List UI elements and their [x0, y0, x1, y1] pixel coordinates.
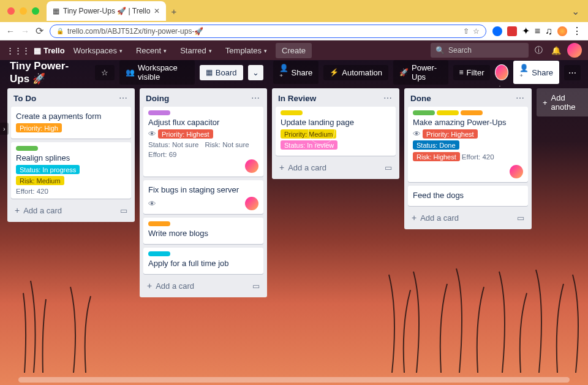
member-avatar[interactable] — [245, 197, 258, 210]
board-icon: ▦ — [206, 68, 213, 77]
chevron-down-icon: ▾ — [209, 48, 212, 54]
browser-tab[interactable]: ▦ Tiny Power-Ups 🚀 | Trello ✕ — [47, 1, 166, 21]
chrome-menu-icon[interactable]: ⋮ — [572, 25, 582, 37]
member-avatar[interactable] — [245, 159, 258, 173]
add-list-button[interactable]: + Add anothe — [537, 88, 588, 116]
back-button[interactable]: ← — [6, 26, 15, 36]
share-button-primary[interactable]: 👤⁺Share — [513, 61, 559, 84]
minimize-window[interactable] — [20, 7, 27, 15]
info-icon[interactable]: ⓘ — [532, 45, 545, 56]
workspaces-menu[interactable]: Workspaces▾ — [69, 44, 127, 58]
list-menu-icon[interactable]: ⋯ — [514, 93, 526, 103]
extension-icon[interactable]: ≡ — [535, 26, 540, 37]
label: Priority: Highest — [423, 129, 478, 139]
extension-icon[interactable] — [507, 26, 517, 36]
add-card-button[interactable]: +Add a card▭ — [11, 202, 131, 218]
list-menu-icon[interactable]: ⋯ — [118, 93, 129, 103]
sidebar-expand-handle[interactable]: › — [0, 123, 9, 135]
apps-icon[interactable]: ⋮⋮⋮ — [6, 46, 30, 55]
board-title[interactable]: Tiny Power-Ups 🚀 — [7, 60, 90, 85]
label-stripe — [281, 110, 303, 115]
template-icon[interactable]: ▭ — [120, 206, 127, 215]
url-text: trello.com/b/ABJT51Zx/tiny-power-ups-🚀 — [67, 27, 203, 36]
address-bar[interactable]: 🔒 trello.com/b/ABJT51Zx/tiny-power-ups-🚀… — [50, 25, 486, 38]
board-header: Tiny Power-Ups 🚀 ☆ 👥Workspace visible ▦B… — [0, 60, 588, 85]
new-tab-button[interactable]: + — [171, 6, 176, 17]
card-title: Realign splines — [16, 153, 126, 162]
card[interactable]: Apply for a full time job — [143, 248, 263, 274]
bookmark-icon[interactable]: ☆ — [473, 27, 480, 36]
list-title[interactable]: To Do — [13, 94, 118, 103]
chevron-down-icon: ▾ — [119, 48, 123, 54]
card[interactable]: Create a payments form Priority: High — [11, 107, 131, 139]
list-menu-icon[interactable]: ⋯ — [250, 93, 261, 103]
chevron-down-icon: ▾ — [264, 48, 267, 54]
create-button[interactable]: Create — [276, 43, 312, 58]
maximize-window[interactable] — [32, 7, 39, 15]
bolt-icon: ⚡ — [330, 68, 339, 77]
label: Status: Done — [413, 140, 459, 150]
card-title: Update landing page — [281, 118, 391, 127]
card[interactable]: Fix bugs in staging server 👁 — [143, 180, 263, 214]
close-window[interactable] — [7, 7, 15, 15]
search-input[interactable]: 🔍 Search — [431, 43, 529, 58]
template-icon[interactable]: ▭ — [385, 163, 392, 172]
list-menu-icon[interactable]: ⋯ — [382, 93, 393, 103]
template-icon[interactable]: ▭ — [517, 213, 524, 223]
recent-menu[interactable]: Recent▾ — [131, 44, 172, 58]
label-stripe — [148, 251, 170, 256]
extensions-icon[interactable]: ✦ — [522, 25, 530, 37]
template-icon[interactable]: ▭ — [252, 281, 260, 291]
card[interactable]: Write more blogs — [143, 218, 263, 244]
notifications-icon[interactable]: 🔔 — [549, 46, 564, 55]
close-tab-icon[interactable]: ✕ — [154, 7, 160, 15]
card-title: Fix bugs in staging server — [148, 185, 258, 194]
extensions-area: ✦ ≡ ♫ ⋮ — [492, 25, 582, 37]
add-card-button[interactable]: +Add a card▭ — [276, 159, 396, 175]
trello-favicon: ▦ — [53, 7, 59, 15]
label-stripe — [437, 110, 459, 115]
list-title[interactable]: Doing — [146, 94, 250, 103]
label: Risk: Medium — [16, 176, 64, 185]
filter-button[interactable]: ≡Filter — [453, 65, 491, 80]
add-card-button[interactable]: +Add a card▭ — [408, 210, 528, 226]
member-avatar[interactable] — [510, 165, 523, 178]
card[interactable]: Update landing page Priority: Medium Sta… — [276, 107, 396, 156]
extension-icon[interactable]: ♫ — [545, 26, 552, 37]
badge-effort: Effort: 420 — [16, 188, 48, 195]
tab-overflow-icon[interactable]: ⌄ — [568, 6, 583, 17]
board-menu-button[interactable]: ⋯ — [564, 65, 581, 80]
label: Status: In review — [281, 140, 337, 150]
templates-menu[interactable]: Templates▾ — [221, 44, 272, 58]
add-card-button[interactable]: +Add a card▭ — [143, 278, 263, 294]
card[interactable]: Adjust flux capacitor 👁 Priority: Highes… — [143, 107, 263, 177]
powerups-button[interactable]: 🚀Power-Ups — [393, 60, 448, 85]
more-icon: ⋯ — [568, 68, 576, 77]
reload-button[interactable]: ⟳ — [36, 25, 43, 37]
horizontal-scrollbar[interactable] — [18, 377, 570, 383]
extension-icon[interactable] — [492, 26, 502, 36]
filter-icon: ≡ — [459, 68, 464, 77]
card[interactable]: Make amazing Power-Ups 👁 Priority: Highe… — [408, 107, 528, 182]
starred-menu[interactable]: Starred▾ — [175, 44, 217, 58]
automation-button[interactable]: ⚡Automation — [323, 65, 388, 80]
account-avatar[interactable] — [567, 43, 582, 58]
share-button[interactable]: 👤⁺Share — [273, 61, 319, 84]
share-page-icon[interactable]: ⇧ — [463, 27, 469, 36]
lock-icon: 🔒 — [56, 28, 64, 34]
board-view-button[interactable]: ▦Board — [200, 65, 243, 80]
watch-icon: 👁 — [148, 129, 156, 139]
card[interactable]: Realign splines Status: In progress Risk… — [11, 142, 131, 199]
label-stripe — [16, 146, 38, 151]
list-title[interactable]: In Review — [278, 94, 382, 103]
plus-icon: + — [279, 162, 284, 172]
view-switcher-dropdown[interactable]: ⌄ — [248, 65, 263, 80]
card[interactable]: Feed the dogs — [408, 186, 528, 206]
workspace-visibility-button[interactable]: 👥Workspace visible — [119, 60, 195, 85]
profile-avatar[interactable] — [557, 26, 567, 36]
star-board-button[interactable]: ☆ — [95, 65, 115, 80]
list-title[interactable]: Done — [410, 94, 514, 103]
board-member-avatar[interactable] — [495, 64, 508, 80]
trello-logo[interactable]: ▦ Trello — [34, 46, 65, 55]
label-stripe — [461, 110, 483, 115]
